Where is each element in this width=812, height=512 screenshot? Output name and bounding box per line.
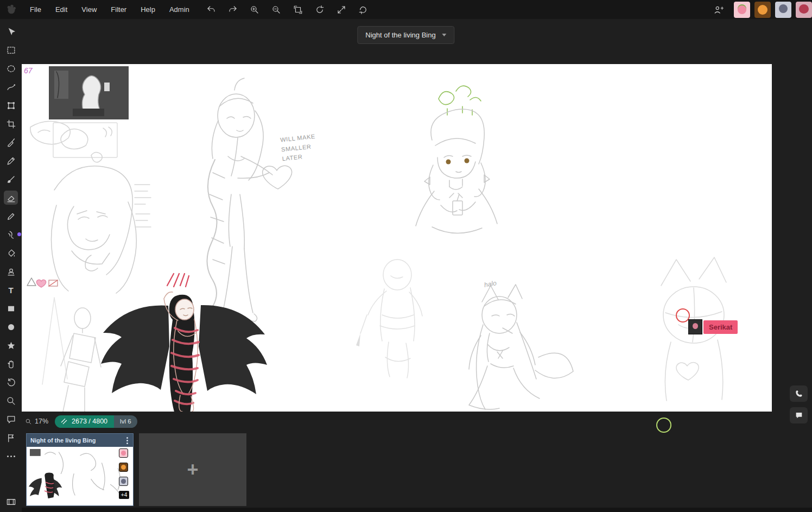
page-card-user-stack: +4 bbox=[119, 448, 129, 499]
undo-icon[interactable] bbox=[203, 2, 219, 17]
drawing-canvas[interactable]: 67 WILL MAKE SMALLER LATER halo Serikat bbox=[22, 64, 772, 412]
canvas-note-67: 67 bbox=[24, 66, 33, 75]
kebab-menu-icon[interactable] bbox=[125, 436, 129, 445]
menu-edit[interactable]: Edit bbox=[48, 0, 74, 19]
hand-tool[interactable] bbox=[4, 357, 18, 371]
add-page-button[interactable]: + bbox=[139, 433, 246, 506]
pencil-tool[interactable] bbox=[4, 154, 18, 168]
mini-avatar-orange-cat bbox=[119, 463, 128, 472]
sketch-mannequin bbox=[42, 298, 101, 412]
menu-filter[interactable]: Filter bbox=[104, 0, 134, 19]
sketch-winged-figure bbox=[101, 274, 267, 412]
paintbrush-tool[interactable] bbox=[4, 172, 18, 186]
add-user-icon[interactable] bbox=[710, 2, 727, 17]
menu-help[interactable]: Help bbox=[134, 0, 162, 19]
eraser-tool[interactable] bbox=[4, 191, 18, 205]
sketch-comic-panels bbox=[30, 121, 117, 162]
history-tool[interactable] bbox=[4, 375, 18, 389]
rotate-canvas-icon[interactable] bbox=[312, 2, 328, 17]
mini-avatar-gray bbox=[119, 477, 128, 486]
chat-icon bbox=[795, 411, 803, 420]
clone-stamp-tool[interactable] bbox=[4, 264, 18, 279]
user-avatar-gray[interactable] bbox=[775, 2, 791, 18]
sketch-fox-girl bbox=[469, 285, 573, 409]
canvas-artwork bbox=[22, 64, 772, 412]
app-logo-icon bbox=[5, 4, 17, 16]
more-tools[interactable] bbox=[4, 449, 18, 463]
page-card-title: Night of the living Bing bbox=[30, 437, 122, 444]
ink-pen-tool[interactable] bbox=[4, 80, 18, 94]
chevron-down-icon bbox=[442, 34, 447, 36]
sketch-braided-girl bbox=[207, 78, 291, 323]
sketch-dark-panel bbox=[49, 66, 129, 119]
text-tool[interactable]: T bbox=[4, 283, 18, 297]
app-root: File Edit View Filter Help Admin bbox=[0, 0, 812, 512]
voice-call-icon bbox=[795, 389, 803, 398]
voice-call-button[interactable] bbox=[790, 385, 808, 402]
redo-icon[interactable] bbox=[225, 2, 241, 17]
sketch-knife-figure bbox=[356, 260, 422, 378]
menubar: File Edit View Filter Help Admin bbox=[0, 0, 812, 19]
add-page-label: + bbox=[187, 460, 198, 479]
timer-ring-indicator bbox=[656, 418, 671, 433]
user-avatar-peach[interactable] bbox=[734, 2, 750, 18]
bottom-strip bbox=[0, 508, 812, 512]
zoom-indicator: 17% bbox=[25, 418, 48, 425]
fullscreen-icon[interactable] bbox=[333, 2, 350, 17]
remote-cursor-avatar bbox=[688, 319, 702, 334]
rectangle-shape-tool[interactable] bbox=[4, 301, 18, 315]
page-card-thumbnail[interactable]: +4 bbox=[27, 447, 133, 505]
canvas-note-smaller-later: WILL MAKE SMALLER LATER bbox=[280, 132, 318, 164]
zoom-tool[interactable] bbox=[4, 394, 18, 408]
menu-admin[interactable]: Admin bbox=[162, 0, 196, 19]
page-card-header: Night of the living Bing bbox=[27, 434, 133, 447]
menu-file[interactable]: File bbox=[23, 0, 48, 19]
pages-panel: Night of the living Bing +4 bbox=[0, 429, 812, 508]
menu-view[interactable]: View bbox=[74, 0, 104, 19]
smudge-color-indicator bbox=[17, 232, 21, 236]
room-title: Night of the living Bing bbox=[365, 31, 435, 39]
chat-button[interactable] bbox=[790, 407, 808, 423]
page-thumbnail-art bbox=[27, 447, 133, 505]
xp-pencils-icon bbox=[60, 418, 68, 425]
magnifier-icon bbox=[25, 418, 32, 425]
extra-users-badge: +4 bbox=[119, 491, 129, 499]
transform-tool[interactable] bbox=[4, 98, 18, 112]
remote-cursor-name-badge: Serikat bbox=[703, 320, 738, 334]
fit-screen-icon[interactable] bbox=[290, 2, 306, 17]
move-tool[interactable] bbox=[4, 24, 18, 39]
room-title-dropdown[interactable]: Night of the living Bing bbox=[357, 26, 454, 44]
rect-select-tool[interactable] bbox=[4, 43, 18, 57]
flag-tool[interactable] bbox=[4, 431, 18, 445]
sketch-small-marks bbox=[27, 278, 58, 287]
star-shape-tool[interactable] bbox=[4, 338, 18, 352]
page-card[interactable]: Night of the living Bing +4 bbox=[26, 433, 134, 506]
user-avatar-orange-cat[interactable] bbox=[754, 2, 771, 18]
pages-panel-icon[interactable] bbox=[4, 495, 18, 509]
xp-count: 2673 / 4800 bbox=[72, 418, 107, 425]
sketch-portrait bbox=[51, 166, 151, 293]
tool-rail: T bbox=[0, 19, 22, 512]
xp-progress-pill: 2673 / 4800 lvl 6 bbox=[55, 415, 137, 428]
fill-bucket-tool[interactable] bbox=[4, 246, 18, 260]
mini-avatar-peach bbox=[119, 448, 128, 458]
user-avatar-red[interactable] bbox=[796, 2, 812, 18]
reset-rotation-icon[interactable] bbox=[355, 2, 371, 17]
zoom-out-icon[interactable] bbox=[268, 2, 284, 17]
crop-tool[interactable] bbox=[4, 117, 18, 131]
marker-tool[interactable] bbox=[4, 209, 18, 223]
comments-tool[interactable] bbox=[4, 412, 18, 426]
zoom-in-icon[interactable] bbox=[246, 2, 263, 17]
sketch-halo-girl bbox=[416, 86, 497, 233]
ellipse-shape-tool[interactable] bbox=[4, 320, 18, 334]
menubar-right bbox=[708, 2, 812, 18]
lasso-select-tool[interactable] bbox=[4, 61, 18, 75]
knife-tool[interactable] bbox=[4, 135, 18, 149]
smudge-tool[interactable] bbox=[4, 227, 18, 242]
level-badge: lvl 6 bbox=[114, 415, 137, 428]
